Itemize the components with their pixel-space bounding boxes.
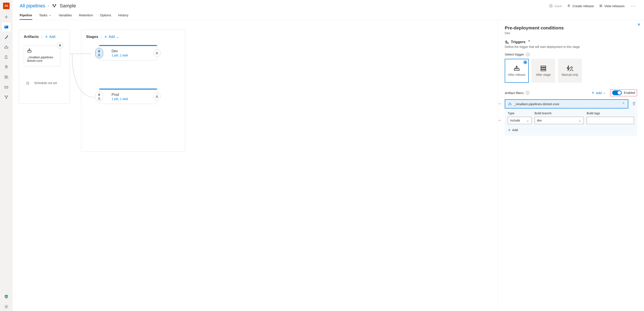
chevron-down-icon: ⌄ xyxy=(578,119,581,122)
server-icon xyxy=(540,65,546,72)
save-button: Save xyxy=(549,4,562,8)
tab-history[interactable]: History xyxy=(118,10,128,20)
post-deployment-badge[interactable] xyxy=(153,93,160,100)
add-icon[interactable] xyxy=(2,13,11,21)
pre-deployment-badge[interactable] xyxy=(95,48,103,58)
annotation-arrow-icon: → xyxy=(498,101,501,106)
svg-rect-0 xyxy=(4,26,8,28)
lightning-icon xyxy=(98,93,101,96)
stage-connector xyxy=(70,47,100,113)
add-artifact-button[interactable]: Add xyxy=(45,35,55,39)
info-icon[interactable]: i xyxy=(526,53,530,56)
chevron-down-icon: ⌄ xyxy=(49,13,52,17)
rocket-icon[interactable] xyxy=(2,63,11,71)
chevron-up-icon: ⌃ xyxy=(622,102,625,106)
view-releases-button[interactable]: View releases xyxy=(599,4,624,8)
page-header: All pipelines › Sample Save Create relea… xyxy=(13,0,644,10)
pre-deployment-badge[interactable] xyxy=(95,91,103,102)
tab-pipeline[interactable]: Pipeline xyxy=(20,10,32,20)
schedule-row[interactable]: Schedule not set xyxy=(24,79,65,87)
create-release-button[interactable]: Create release xyxy=(567,4,594,8)
rocket-launch-icon xyxy=(567,4,570,8)
list-icon xyxy=(599,4,602,8)
svg-point-21 xyxy=(156,52,157,53)
svg-rect-1 xyxy=(5,26,6,27)
stages-title: Stages xyxy=(86,35,98,39)
svg-point-29 xyxy=(571,67,572,68)
security-shield-icon[interactable] xyxy=(2,292,11,301)
more-actions-button[interactable]: ··· xyxy=(630,4,637,8)
svg-point-24 xyxy=(507,42,509,43)
pre-deployment-panel: ✕ Pre-deployment conditions Dev Triggers… xyxy=(498,20,644,311)
svg-rect-4 xyxy=(5,56,7,59)
lightning-person-icon xyxy=(567,65,573,72)
annotation-arrow-icon: → xyxy=(498,118,501,123)
svg-rect-3 xyxy=(5,47,8,48)
tab-options[interactable]: Options xyxy=(100,10,111,20)
chevron-up-icon: ⌃ xyxy=(528,40,531,44)
lightning-icon xyxy=(58,44,62,47)
taskgroups-icon[interactable] xyxy=(2,83,11,91)
tab-variables[interactable]: Variables xyxy=(58,10,72,20)
svg-point-10 xyxy=(6,306,7,307)
close-panel-button[interactable]: ✕ xyxy=(637,22,640,27)
trigger-manual-only[interactable]: Manual only xyxy=(558,59,582,83)
tab-retention[interactable]: Retention xyxy=(79,10,93,20)
svg-rect-11 xyxy=(52,4,54,5)
stage-tasks-link[interactable]: 1 job, 1 task xyxy=(112,53,128,57)
triggers-section-header[interactable]: Triggers ⌃ xyxy=(505,40,637,44)
trigger-after-release[interactable]: After release xyxy=(505,59,529,83)
type-label: Type xyxy=(508,111,532,115)
chevron-down-icon: ⌄ xyxy=(116,35,119,39)
person-icon xyxy=(98,97,101,100)
info-icon[interactable]: i xyxy=(526,91,529,94)
stage-tasks-link[interactable]: 1 job, 1 task xyxy=(112,97,128,101)
enabled-label: Enabled xyxy=(624,91,635,94)
pipeline-icon xyxy=(52,4,57,8)
type-select[interactable]: Include ⌄ xyxy=(508,117,532,124)
releases-nav-icon[interactable] xyxy=(2,53,11,61)
clock-icon xyxy=(24,79,32,87)
triggers-description: Define the trigger that will start deplo… xyxy=(505,45,637,48)
library-icon[interactable] xyxy=(2,73,11,81)
post-deployment-badge[interactable] xyxy=(153,49,160,57)
environments-icon[interactable] xyxy=(2,43,11,51)
stage-card-dev[interactable]: Dev 1 job, 1 task xyxy=(99,45,157,60)
tags-input[interactable] xyxy=(587,117,634,124)
stages-panel: Stages | Add ⌄ xyxy=(81,30,185,152)
svg-rect-12 xyxy=(55,4,56,5)
branch-label: Build branch xyxy=(534,111,584,115)
build-source-icon xyxy=(508,102,512,106)
filter-source-expander[interactable]: _ninallam.pipelines-dotnet-core ⌃ xyxy=(505,99,628,108)
artifact-trigger-badge[interactable] xyxy=(57,42,64,48)
trash-icon xyxy=(632,102,636,105)
panel-stage-name: Dev xyxy=(505,31,637,35)
settings-gear-icon[interactable] xyxy=(2,302,11,311)
deploymentgroups-icon[interactable] xyxy=(2,93,11,101)
stage-card-prod[interactable]: Prod 1 job, 1 task xyxy=(99,89,157,104)
tab-tasks[interactable]: Tasks⌄ xyxy=(39,10,52,20)
branch-select[interactable]: dev ⌄ xyxy=(534,117,584,124)
svg-rect-25 xyxy=(514,69,519,70)
breadcrumb-current: Sample xyxy=(60,3,76,9)
trigger-after-stage[interactable]: After stage xyxy=(531,59,555,83)
artifact-filter-block: _ninallam.pipelines-dotnet-core ⌃ → xyxy=(505,99,637,136)
panel-title: Pre-deployment conditions xyxy=(505,25,637,30)
svg-rect-28 xyxy=(541,69,546,71)
add-stage-button[interactable]: Add ⌄ xyxy=(104,35,119,39)
select-trigger-label: Select trigger xyxy=(505,52,524,56)
breadcrumb-root[interactable]: All pipelines xyxy=(20,3,45,9)
add-filter-button[interactable]: Add ⌄ xyxy=(592,91,606,95)
svg-point-2 xyxy=(7,35,8,36)
artifact-card[interactable]: _ninallam.pipelines-dotnet-core xyxy=(24,45,60,66)
enabled-toggle[interactable] xyxy=(612,90,622,95)
stage-name: Prod xyxy=(112,93,128,97)
artifacts-title: Artifacts xyxy=(24,35,39,39)
boards-icon[interactable] xyxy=(2,23,11,31)
delete-filter-button[interactable] xyxy=(631,102,637,106)
add-filter-row-button[interactable]: Add xyxy=(508,128,634,132)
pipelines-nav-icon[interactable] xyxy=(2,33,11,41)
person-icon xyxy=(156,95,158,98)
tab-bar: Pipeline Tasks⌄ Variables Retention Opti… xyxy=(13,10,644,20)
user-avatar[interactable]: AS xyxy=(3,2,10,9)
